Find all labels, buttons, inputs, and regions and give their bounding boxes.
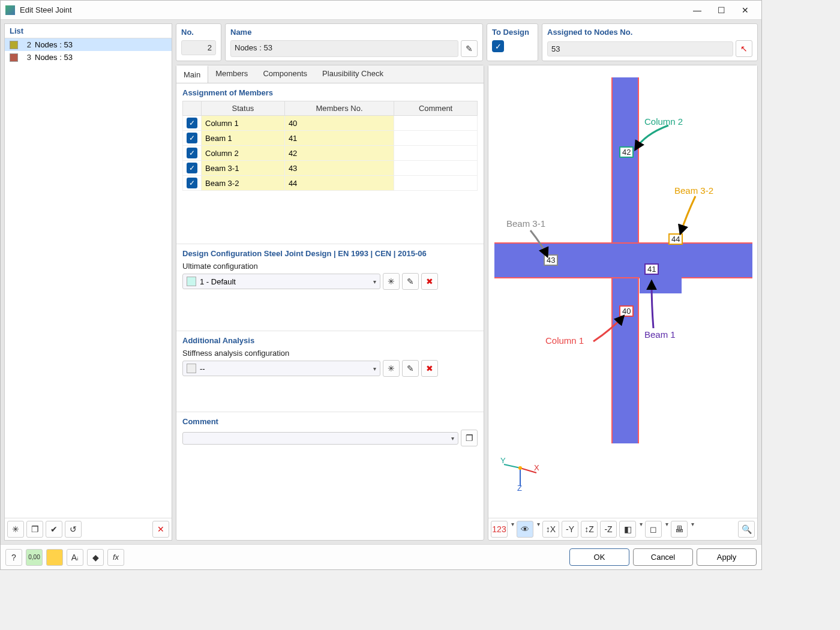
row-checkbox[interactable]: ✓ — [187, 148, 197, 158]
tab-members[interactable]: Members — [208, 65, 256, 83]
preview-button[interactable]: ◆ — [87, 549, 104, 566]
view3d[interactable]: Column 2 Beam 3-2 Beam 3-1 Column 1 Beam… — [488, 65, 757, 518]
name-card: Name Nodes : 53 ✎ — [225, 23, 483, 61]
members-table: Status Members No. Comment ✓ Col — [182, 101, 478, 191]
view-iso-button[interactable]: ◧ — [619, 521, 636, 538]
axis-triad: X Y Z — [499, 456, 541, 494]
cell-status: Beam 1 — [202, 131, 285, 146]
apply-button[interactable]: Apply — [697, 548, 757, 566]
new-stiff-button[interactable]: ✳ — [383, 360, 400, 377]
assigned-label: Assigned to Nodes No. — [547, 28, 752, 37]
tag-41: 41 — [644, 263, 659, 275]
svg-text:Y: Y — [500, 456, 506, 465]
view-neg-y-button[interactable]: -Y — [562, 521, 578, 538]
chevron-down-icon: ▾ — [640, 521, 643, 538]
cell-status: Beam 3-1 — [202, 161, 285, 176]
tab-plausibility[interactable]: Plausibility Check — [315, 65, 391, 83]
ultimate-config-combo[interactable]: 1 - Default ▾ — [182, 274, 380, 289]
minimize-button[interactable]: — — [691, 4, 704, 17]
print-button[interactable]: 🖶 — [671, 521, 688, 538]
no-card: No. 2 — [176, 23, 221, 61]
right-area: No. 2 Name Nodes : 53 ✎ To Design ✓ Assi… — [176, 23, 758, 541]
cell-comment — [394, 116, 478, 131]
chevron-down-icon: ▾ — [665, 521, 668, 538]
bottom-bar: ? 0,00 Aᵢ ◆ fx OK Cancel Apply — [1, 544, 761, 569]
assigned-value[interactable]: 53 — [547, 41, 733, 56]
delete-stiff-button[interactable]: ✖ — [421, 360, 438, 377]
assigned-card: Assigned to Nodes No. 53 ↖ — [542, 23, 758, 61]
edit-stiff-button[interactable]: ✎ — [402, 360, 419, 377]
view-show-button[interactable]: 👁 — [517, 521, 533, 538]
new-item-button[interactable]: ✳ — [7, 521, 24, 538]
new-config-button[interactable]: ✳ — [383, 273, 400, 290]
edit-name-button[interactable]: ✎ — [461, 40, 478, 57]
comment-title: Comment — [182, 417, 478, 426]
close-button[interactable]: ✕ — [739, 4, 752, 17]
cell-membersno: 43 — [284, 161, 394, 176]
tab-components[interactable]: Components — [256, 65, 315, 83]
to-design-checkbox[interactable]: ✓ — [492, 40, 504, 52]
row-checkbox[interactable]: ✓ — [187, 163, 197, 173]
additional-section: Additional Analysis Stiffness analysis c… — [176, 331, 484, 412]
combo-value: -- — [200, 364, 368, 373]
cell-comment — [394, 131, 478, 146]
maximize-button[interactable]: ☐ — [715, 4, 728, 17]
edit-steel-joint-window: Edit Steel Joint — ☐ ✕ List 2 Nodes : 53… — [0, 0, 762, 570]
copy-item-button[interactable]: ❐ — [26, 521, 43, 538]
row-checkbox[interactable]: ✓ — [187, 133, 197, 143]
uncheck-all-button[interactable]: ↺ — [65, 521, 82, 538]
view-z-button[interactable]: ↕Z — [581, 521, 598, 538]
label-beam32: Beam 3-2 — [674, 185, 713, 196]
assignment-section: Assignment of Members Status Members No.… — [176, 83, 484, 244]
design-config-title: Design Configuration Steel Joint Design … — [182, 249, 478, 258]
additional-title: Additional Analysis — [182, 336, 478, 345]
to-design-label: To Design — [492, 28, 529, 37]
table-row[interactable]: ✓ Beam 3-2 44 — [183, 176, 478, 191]
table-row[interactable]: ✓ Column 2 42 — [183, 146, 478, 161]
chevron-down-icon: ▾ — [537, 521, 540, 538]
list-item[interactable]: 3 Nodes : 53 — [5, 51, 172, 64]
stiff-label: Stiffness analysis configuration — [182, 349, 478, 358]
view-numbering-button[interactable]: 123 — [491, 521, 508, 538]
table-row[interactable]: ✓ Column 1 40 — [183, 116, 478, 131]
row-checkbox[interactable]: ✓ — [187, 118, 197, 128]
help-button[interactable]: ? — [5, 549, 22, 566]
view-neg-z-button[interactable]: -Z — [600, 521, 617, 538]
cancel-button[interactable]: Cancel — [633, 548, 693, 566]
cell-comment — [394, 176, 478, 191]
delete-config-button[interactable]: ✖ — [421, 273, 438, 290]
col-check — [183, 101, 202, 116]
svg-line-2 — [504, 464, 520, 468]
list-item-label: Nodes : 53 — [35, 53, 73, 62]
formula-button[interactable]: fx — [107, 549, 124, 566]
check-all-button[interactable]: ✔ — [46, 521, 62, 538]
zoom-reset-button[interactable]: 🔍 — [738, 521, 755, 538]
comment-library-button[interactable]: ❐ — [461, 430, 478, 446]
list-panel: List 2 Nodes : 53 3 Nodes : 53 ✳ ❐ ✔ ↺ — [4, 23, 172, 541]
delete-item-button[interactable]: ✕ — [152, 521, 169, 538]
view-render-button[interactable]: ◻ — [645, 521, 662, 538]
view-x-button[interactable]: ↕X — [542, 521, 559, 538]
table-row[interactable]: ✓ Beam 1 41 — [183, 131, 478, 146]
edit-config-button[interactable]: ✎ — [402, 273, 419, 290]
units-button[interactable]: 0,00 — [26, 549, 43, 566]
comment-combo[interactable]: ▾ — [182, 432, 458, 445]
color-button[interactable] — [46, 549, 63, 566]
list-item[interactable]: 2 Nodes : 53 — [5, 38, 172, 51]
label-beam31: Beam 3-1 — [506, 218, 545, 229]
font-button[interactable]: Aᵢ — [67, 549, 83, 566]
color-swatch — [10, 41, 18, 49]
tabs-card: Main Members Components Plausibility Che… — [176, 65, 484, 541]
list-header: List — [5, 24, 172, 38]
cell-membersno: 41 — [284, 131, 394, 146]
table-row[interactable]: ✓ Beam 3-1 43 — [183, 161, 478, 176]
row-checkbox[interactable]: ✓ — [187, 178, 197, 188]
svg-text:Z: Z — [517, 484, 522, 492]
tab-main[interactable]: Main — [176, 65, 208, 83]
stiffness-combo[interactable]: -- ▾ — [182, 361, 380, 376]
label-column1: Column 1 — [545, 335, 584, 346]
combo-swatch — [187, 277, 196, 286]
tag-42: 42 — [619, 146, 634, 158]
ok-button[interactable]: OK — [569, 548, 629, 566]
pick-nodes-button[interactable]: ↖ — [736, 40, 752, 57]
